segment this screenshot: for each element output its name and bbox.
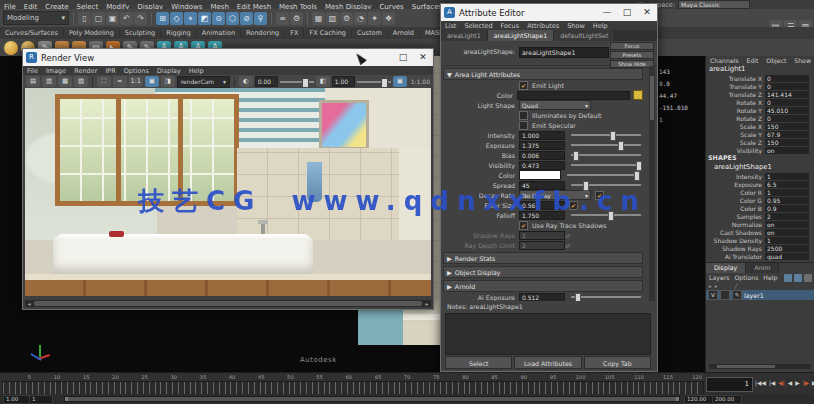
ae-select-button[interactable]: Select <box>445 356 512 369</box>
go-to-start-button[interactable]: |◀◀ <box>754 376 767 391</box>
anim-start-field[interactable]: 1.00 <box>3 395 31 404</box>
channel-value[interactable]: 2500 <box>765 245 809 252</box>
ae-menu-selected[interactable]: Selected <box>460 22 496 30</box>
map-texture-button[interactable] <box>633 90 643 100</box>
attr-value-field[interactable]: 0.512 <box>519 293 565 302</box>
attr-slider-handle[interactable] <box>573 151 579 161</box>
channel-value[interactable]: 6.5 <box>765 181 809 188</box>
checkbox[interactable]: ✔ <box>569 201 578 210</box>
range-slider[interactable]: 1.00 1 120.00 200.00 <box>0 394 814 404</box>
channel-value[interactable]: 1 <box>765 237 809 244</box>
shelf-tab-fx-caching[interactable]: FX Caching <box>304 29 352 37</box>
attr-slider-handle[interactable] <box>636 161 642 171</box>
shelf-tab-arnold[interactable]: Arnold <box>388 29 420 37</box>
channel-box-object-name[interactable]: areaLight1 <box>706 65 814 74</box>
gamma-slider-handle[interactable] <box>381 78 388 88</box>
exposure-slider-handle[interactable] <box>302 78 309 88</box>
shelf-tab-sculpting[interactable]: Sculpting <box>120 29 161 37</box>
snap-magnet-icon[interactable]: ⚲ <box>254 12 267 25</box>
redo-render-icon[interactable]: ⛶ <box>97 76 111 87</box>
cb-menu-object[interactable]: Object <box>766 57 786 64</box>
panel-hscrollbar[interactable] <box>709 364 811 369</box>
range-track[interactable] <box>64 396 680 402</box>
undo-icon[interactable]: ↶ <box>120 12 133 25</box>
shelf-tab-animation[interactable]: Animation <box>197 29 241 37</box>
channel-value[interactable]: 0 <box>765 115 809 122</box>
save-image-icon[interactable]: ▥ <box>42 76 56 87</box>
channel-value[interactable]: quad <box>765 253 809 260</box>
help-menu[interactable]: Help <box>763 274 777 281</box>
ae-copy-tab-button[interactable]: Copy Tab <box>584 356 651 369</box>
range-bar[interactable] <box>65 397 679 401</box>
attr-value-field[interactable]: 0.56 <box>519 201 565 210</box>
node-name-field[interactable]: areaLightShape1 <box>519 47 609 58</box>
layer-tab-display[interactable]: Display <box>706 263 746 273</box>
channel-value[interactable]: 45.010 <box>765 107 809 114</box>
ae-menu-focus[interactable]: Focus <box>497 22 524 30</box>
play-backwards-button[interactable]: ◀ <box>787 376 793 391</box>
attr-value-field[interactable]: 45 <box>519 181 565 190</box>
attr-dropdown[interactable]: Quad▾ <box>519 100 591 110</box>
playback-start-field[interactable]: 1 <box>29 395 53 404</box>
render-view-menu-help[interactable]: Help <box>185 67 208 75</box>
close-button[interactable]: ✕ <box>413 49 433 66</box>
render-view-titlebar[interactable]: R Render View □ ✕ <box>23 49 433 66</box>
channel-value[interactable]: 0 <box>765 83 809 90</box>
attr-slider[interactable] <box>571 184 641 186</box>
move-layer-icon[interactable] <box>804 274 812 282</box>
ae-tab-areaLight1[interactable]: areaLight1 <box>441 30 488 41</box>
section-header-arnold[interactable]: ▶Arnold <box>443 280 643 292</box>
snap-to-center-icon[interactable]: ⊙ <box>212 12 225 25</box>
new-layer-selected-icon[interactable] <box>794 274 802 282</box>
attr-slider[interactable] <box>571 214 641 216</box>
time-slider[interactable]: 5101520253035404550556065707580859095100… <box>0 372 814 395</box>
scroll-thumb[interactable] <box>34 301 422 306</box>
keep-image-icon[interactable]: ▧ <box>74 76 88 87</box>
checkbox[interactable]: ✔ <box>519 81 528 90</box>
open-image-icon[interactable]: ▤ <box>26 76 40 87</box>
gamma-field[interactable]: 1.00 <box>332 76 355 87</box>
frame-ticks[interactable] <box>2 381 704 395</box>
anim-end-field[interactable]: 200.00 <box>712 395 742 404</box>
render-view-menu-display[interactable]: Display <box>153 67 185 75</box>
arnold-render-shelf-icon[interactable] <box>4 41 18 55</box>
cb-menu-channels[interactable]: Channels <box>710 57 739 64</box>
remove-image-icon[interactable]: ▦ <box>58 76 72 87</box>
layer-type-icon[interactable]: ✎ <box>732 290 742 300</box>
display-rgb-icon[interactable]: ▣ <box>145 76 159 87</box>
current-frame-field[interactable]: 1 <box>706 377 753 392</box>
display-alpha-icon[interactable]: ◨ <box>161 76 175 87</box>
color-management-icon[interactable]: ▣ <box>393 76 407 87</box>
attr-value-field[interactable]: 0.473 <box>519 161 565 170</box>
make-live-icon[interactable]: ⊘ <box>240 12 253 25</box>
attr-slider[interactable] <box>571 296 641 298</box>
layer-playback-toggle[interactable] <box>720 290 730 300</box>
exposure-icon[interactable]: ◐ <box>239 76 253 87</box>
ipr-render-icon[interactable]: ▧ <box>326 12 339 25</box>
render-current-frame-icon[interactable]: ▦ <box>312 12 325 25</box>
layer-name[interactable]: layer1 <box>744 292 764 299</box>
attr-slider-handle[interactable] <box>608 211 614 221</box>
attr-slider-handle[interactable] <box>583 181 589 191</box>
render-view-hscrollbar[interactable]: ◂ ▸ <box>25 300 431 307</box>
channel-value[interactable]: 0.95 <box>765 197 809 204</box>
options-menu[interactable]: Options <box>734 274 758 281</box>
step-back-frame-button[interactable]: |◀ <box>768 376 776 391</box>
snap-to-view-icon[interactable]: ⬡ <box>226 12 239 25</box>
render-view-menu-image[interactable]: Image <box>42 67 70 75</box>
new-empty-layer-icon[interactable] <box>784 274 792 282</box>
layer-tab-anim[interactable]: Anim <box>746 263 779 273</box>
channel-value[interactable]: 0 <box>765 75 809 82</box>
checkbox[interactable]: ✔ <box>519 221 528 230</box>
render-settings-icon[interactable]: ⚙ <box>340 12 353 25</box>
render-view-menu-options[interactable]: Options <box>120 67 153 75</box>
attribute-editor-vscrollbar[interactable] <box>649 66 655 301</box>
notes-textarea[interactable] <box>445 313 651 355</box>
shelf-tab-custom[interactable]: Custom <box>352 29 388 37</box>
redo-icon[interactable]: ↷ <box>134 12 147 25</box>
layer-visibility-toggle[interactable]: V <box>708 290 718 300</box>
display-render-globals-icon[interactable]: ◔ <box>354 12 367 25</box>
shelf-tab-rigging[interactable]: Rigging <box>161 29 197 37</box>
attr-slider[interactable] <box>571 164 641 166</box>
render-camera-dropdown[interactable]: renderCam▾ <box>177 76 230 88</box>
